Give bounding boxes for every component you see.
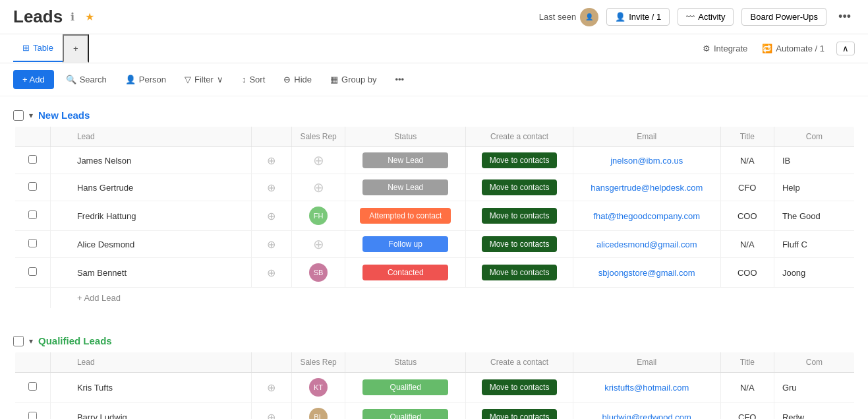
lead-name-cell: James Nelson: [50, 147, 251, 174]
row-actions-cell: ⊕: [251, 373, 291, 403]
sort-label: Sort: [249, 75, 265, 84]
row-checkbox-cell: [14, 201, 51, 231]
person-icon: 👤: [615, 12, 625, 22]
row-checkbox[interactable]: [28, 210, 37, 219]
company-cell: Redw: [774, 403, 854, 420]
tab-table[interactable]: ⊞ Table: [13, 35, 63, 62]
th-check: [14, 127, 51, 147]
collapse-button[interactable]: ∧: [836, 42, 855, 55]
more-options-button[interactable]: •••: [834, 9, 855, 25]
avatar: KT: [309, 378, 328, 397]
company-cell: Fluff C: [774, 231, 854, 258]
table-row: Alice Desmond ⊕ ⊕ Follow up Move to cont…: [14, 231, 855, 258]
no-avatar-icon: ⊕: [313, 180, 324, 195]
move-to-contacts-button[interactable]: Move to contacts: [482, 152, 558, 168]
status-cell: Qualified: [345, 403, 466, 420]
title-cell: CFO: [720, 174, 774, 201]
title-value: N/A: [740, 240, 755, 249]
info-icon[interactable]: ℹ: [68, 9, 77, 24]
sort-button[interactable]: ↕ Sort: [235, 71, 272, 88]
more-toolbar-button[interactable]: •••: [389, 71, 411, 88]
add-row-icon[interactable]: ⊕: [267, 238, 275, 251]
integrate-button[interactable]: ⚙ Integrate: [700, 41, 750, 56]
filter-button[interactable]: ▽ Filter ∨: [178, 71, 230, 88]
row-checkbox[interactable]: [28, 155, 37, 164]
add-lead-link[interactable]: + Add Lead: [77, 293, 121, 303]
company-cell: Joong: [774, 258, 854, 288]
new-leads-title: New Leads: [38, 110, 90, 121]
lead-name: Fredrik Hattung: [77, 211, 136, 221]
search-button[interactable]: 🔍 Search: [59, 71, 113, 88]
move-to-contacts-button[interactable]: Move to contacts: [482, 179, 558, 195]
new-leads-table-wrapper: Lead Sales Rep Status Create a contact E…: [13, 126, 855, 309]
sales-rep-cell: SB: [291, 258, 345, 288]
email-cell: fhat@thegoodcompany.com: [573, 201, 720, 231]
th-sales-rep: Sales Rep: [291, 352, 345, 373]
th-email: Email: [573, 127, 720, 147]
lead-name: Kris Tufts: [77, 383, 113, 393]
qualified-leads-title: Qualified Leads: [38, 335, 112, 346]
row-checkbox[interactable]: [28, 239, 37, 247]
add-row-icon[interactable]: ⊕: [267, 210, 275, 222]
th-email: Email: [573, 352, 720, 373]
row-checkbox[interactable]: [28, 382, 37, 391]
row-checkbox[interactable]: [28, 182, 37, 191]
move-to-contacts-button[interactable]: Move to contacts: [482, 236, 558, 252]
tab-bar-left: ⊞ Table +: [13, 34, 89, 63]
add-button[interactable]: + Add: [13, 70, 54, 89]
add-row-icon[interactable]: ⊕: [267, 411, 275, 420]
th-lead: Lead: [50, 127, 251, 147]
email-link[interactable]: bludwig@redwood.com: [602, 412, 691, 420]
group-by-icon: ▦: [330, 75, 338, 84]
board-powerups-button[interactable]: Board Power-Ups: [741, 8, 826, 26]
new-leads-checkbox[interactable]: [13, 110, 24, 121]
create-contact-cell: Move to contacts: [466, 231, 573, 258]
email-link[interactable]: kristufts@hotmail.com: [604, 383, 689, 393]
activity-button[interactable]: 〰 Activity: [678, 8, 734, 26]
th-create-contact: Create a contact: [466, 127, 573, 147]
new-leads-chevron[interactable]: ▾: [29, 111, 33, 120]
hide-button[interactable]: ⊖ Hide: [277, 71, 318, 88]
add-tab-button[interactable]: +: [63, 34, 89, 63]
add-row-icon[interactable]: ⊕: [267, 154, 275, 167]
sales-rep-cell: ⊕: [291, 174, 345, 201]
move-to-contacts-button[interactable]: Move to contacts: [482, 265, 558, 280]
group-by-button[interactable]: ▦ Group by: [324, 71, 383, 88]
move-to-contacts-button[interactable]: Move to contacts: [482, 208, 558, 224]
hide-icon: ⊖: [283, 75, 291, 84]
title-value: CFO: [738, 183, 756, 193]
person-filter-button[interactable]: 👤 Person: [119, 71, 173, 88]
invite-button[interactable]: 👤 Invite / 1: [606, 8, 670, 26]
row-checkbox[interactable]: [28, 412, 37, 419]
email-link[interactable]: fhat@thegoodcompany.com: [593, 211, 700, 221]
qualified-leads-checkbox[interactable]: [13, 336, 24, 346]
status-badge: New Lead: [362, 179, 448, 195]
row-actions-cell: ⊕: [251, 403, 291, 420]
automate-button[interactable]: 🔁 Automate / 1: [759, 41, 827, 56]
person-label: Person: [139, 75, 166, 84]
row-checkbox-cell: [14, 258, 51, 288]
email-link[interactable]: sbjoongstore@gmail.com: [598, 268, 695, 278]
company-value: Redw: [782, 412, 804, 420]
move-to-contacts-button[interactable]: Move to contacts: [482, 379, 558, 395]
status-badge: Attempted to contact: [360, 208, 451, 224]
add-row-icon[interactable]: ⊕: [267, 181, 275, 194]
qualified-leads-chevron[interactable]: ▾: [29, 337, 33, 346]
toolbar: + Add 🔍 Search 👤 Person ▽ Filter ∨ ↕ Sor…: [0, 63, 868, 96]
th-create-contact: Create a contact: [466, 352, 573, 373]
company-cell: The Good: [774, 201, 854, 231]
qualified-leads-header-row: Lead Sales Rep Status Create a contact E…: [14, 352, 855, 373]
lead-name-cell: Fredrik Hattung: [50, 201, 251, 231]
last-seen-label: Last seen: [539, 12, 576, 22]
email-link[interactable]: alicedesmond@gmail.com: [596, 240, 697, 249]
move-to-contacts-button[interactable]: Move to contacts: [482, 409, 558, 419]
add-row-icon[interactable]: ⊕: [267, 267, 275, 279]
create-contact-cell: Move to contacts: [466, 147, 573, 174]
add-row-icon[interactable]: ⊕: [267, 381, 275, 394]
new-leads-table: Lead Sales Rep Status Create a contact E…: [13, 126, 855, 309]
email-link[interactable]: hansgertrude@helpdesk.com: [591, 183, 703, 193]
row-actions-cell: ⊕: [251, 201, 291, 231]
row-checkbox[interactable]: [28, 267, 37, 276]
email-link[interactable]: jnelson@ibm.co.us: [610, 156, 683, 166]
star-icon[interactable]: ★: [82, 9, 97, 24]
